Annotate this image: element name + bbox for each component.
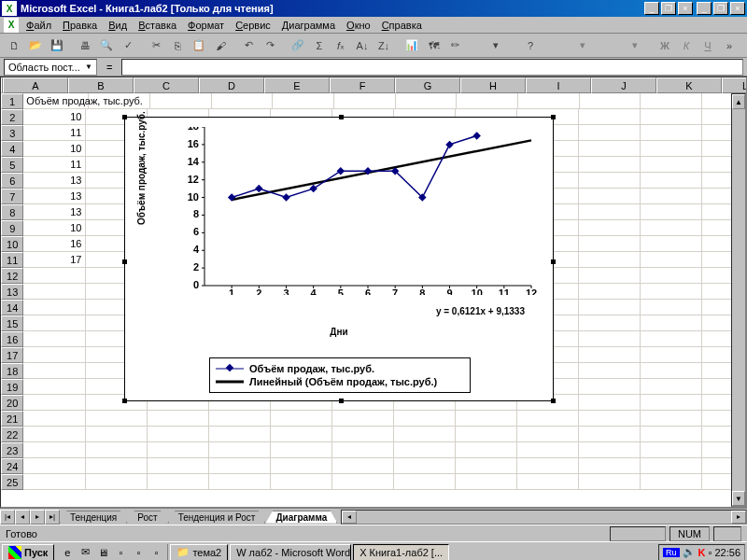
- chevron-down-icon[interactable]: ▼: [85, 63, 92, 71]
- cell[interactable]: [579, 315, 641, 331]
- row-header[interactable]: 15: [1, 315, 23, 331]
- menu-диаграмма[interactable]: Диаграмма: [276, 19, 341, 32]
- cell[interactable]: [394, 474, 456, 490]
- row-header[interactable]: 20: [1, 395, 23, 411]
- cell[interactable]: [456, 458, 517, 474]
- cell[interactable]: 11: [23, 157, 85, 173]
- cell[interactable]: [579, 363, 641, 379]
- sort-desc-icon[interactable]: Z↓: [374, 35, 394, 56]
- redo-icon[interactable]: ↷: [260, 35, 280, 56]
- column-header[interactable]: B: [68, 77, 134, 93]
- row-header[interactable]: 25: [1, 474, 23, 490]
- cell[interactable]: [271, 442, 332, 458]
- minimize-button[interactable]: _: [697, 2, 712, 15]
- app-icon[interactable]: ▫: [130, 544, 147, 561]
- toolbar-more-icon[interactable]: »: [719, 35, 740, 56]
- column-header[interactable]: I: [526, 77, 591, 93]
- row-header[interactable]: 22: [1, 427, 23, 442]
- cell[interactable]: [209, 442, 271, 458]
- cell[interactable]: [23, 395, 85, 411]
- cell[interactable]: [148, 474, 209, 490]
- cell[interactable]: [580, 93, 641, 109]
- tray-icon[interactable]: K: [698, 547, 706, 558]
- ie-icon[interactable]: e: [59, 544, 76, 561]
- cell[interactable]: [579, 109, 641, 125]
- row-header[interactable]: 12: [1, 268, 23, 284]
- cell[interactable]: [23, 427, 85, 442]
- taskbar-item[interactable]: 📁тема2: [170, 544, 228, 561]
- cell[interactable]: [209, 458, 271, 474]
- cell[interactable]: [86, 458, 148, 474]
- cell[interactable]: [271, 427, 332, 442]
- outlook-icon[interactable]: ✉: [77, 544, 93, 561]
- cell[interactable]: [641, 427, 702, 442]
- tab-first-icon[interactable]: |◂: [0, 510, 15, 525]
- hyperlink-icon[interactable]: 🔗: [288, 35, 308, 56]
- cell[interactable]: [23, 458, 85, 474]
- cell[interactable]: [456, 411, 517, 427]
- menu-окно[interactable]: Окно: [341, 19, 376, 32]
- row-header[interactable]: 18: [1, 363, 23, 379]
- cell[interactable]: [579, 458, 641, 474]
- cell[interactable]: [273, 93, 334, 109]
- format-painter-icon[interactable]: 🖌: [210, 35, 231, 56]
- column-header[interactable]: E: [264, 77, 330, 93]
- cell[interactable]: [518, 93, 580, 109]
- cell[interactable]: [23, 442, 85, 458]
- drawing-icon[interactable]: ✏: [444, 35, 465, 56]
- cell[interactable]: [23, 379, 85, 395]
- cell[interactable]: [641, 347, 702, 363]
- row-header[interactable]: 10: [1, 236, 23, 252]
- cell[interactable]: [579, 395, 641, 411]
- cell[interactable]: [641, 189, 702, 204]
- chart-handle[interactable]: [551, 399, 556, 403]
- sort-asc-icon[interactable]: A↓: [352, 35, 373, 56]
- cell[interactable]: [641, 284, 702, 300]
- tab-prev-icon[interactable]: ◂: [15, 510, 30, 525]
- cell[interactable]: [394, 442, 456, 458]
- cell[interactable]: [641, 173, 702, 189]
- row-header[interactable]: 11: [1, 252, 23, 268]
- cell[interactable]: [579, 204, 641, 220]
- cell[interactable]: [641, 109, 702, 125]
- menu-вставка[interactable]: Вставка: [133, 19, 182, 32]
- cell[interactable]: [641, 204, 702, 220]
- cell[interactable]: [23, 331, 85, 347]
- save-icon[interactable]: 💾: [47, 35, 67, 56]
- cell[interactable]: [641, 331, 702, 347]
- cell[interactable]: [517, 474, 579, 490]
- cell[interactable]: [641, 125, 702, 141]
- cell[interactable]: [517, 458, 579, 474]
- row-header[interactable]: 23: [1, 442, 23, 458]
- cell[interactable]: [332, 411, 394, 427]
- cell[interactable]: [641, 395, 702, 411]
- cell[interactable]: [579, 474, 641, 490]
- chart-handle[interactable]: [122, 399, 127, 403]
- cell[interactable]: [579, 347, 641, 363]
- cell[interactable]: [457, 93, 518, 109]
- cell[interactable]: 11: [23, 125, 85, 141]
- row-header[interactable]: 16: [1, 331, 23, 347]
- help-icon[interactable]: ?: [520, 35, 541, 56]
- cell[interactable]: [86, 411, 148, 427]
- cell[interactable]: [641, 379, 702, 395]
- bold-icon[interactable]: Ж: [655, 35, 675, 56]
- menu-формат[interactable]: Формат: [182, 19, 230, 32]
- cell[interactable]: [394, 427, 456, 442]
- taskbar-item[interactable]: XКнига1-лаб2 [...: [353, 544, 449, 561]
- cell[interactable]: [641, 411, 702, 427]
- cell[interactable]: [579, 411, 641, 427]
- tab-next-icon[interactable]: ▸: [30, 510, 45, 525]
- cell[interactable]: [332, 458, 394, 474]
- column-header[interactable]: L: [722, 77, 747, 93]
- cell[interactable]: [86, 427, 148, 442]
- app-icon[interactable]: ▫: [112, 544, 129, 561]
- cell[interactable]: [579, 220, 641, 236]
- cell[interactable]: [579, 427, 641, 442]
- cell[interactable]: [271, 458, 332, 474]
- cell[interactable]: [517, 442, 579, 458]
- cell[interactable]: [148, 411, 209, 427]
- font-select[interactable]: ▾: [550, 35, 615, 56]
- column-header[interactable]: G: [395, 77, 460, 93]
- chart-handle[interactable]: [122, 115, 127, 119]
